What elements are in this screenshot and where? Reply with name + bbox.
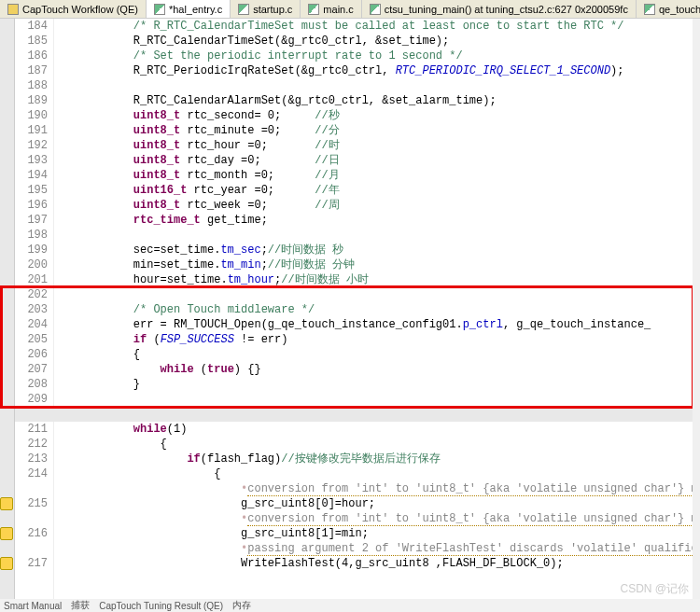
code-token: tm_min xyxy=(220,258,260,271)
code-token: passing argument 2 of 'WriteFlashTest' d… xyxy=(247,542,697,556)
tab-label: CapTouch Workflow (QE) xyxy=(22,4,138,15)
code-line[interactable] xyxy=(106,78,693,93)
code-token: //日 xyxy=(315,154,339,167)
tab-label: qe_touch_sample.c xyxy=(659,4,700,15)
line-number: 185 xyxy=(15,34,48,49)
code-line[interactable]: R_RTC_CalendarTimeSet(&g_rtc0_ctrl, &set… xyxy=(106,34,693,49)
code-line[interactable]: if(flash_flag)//按键修改完毕数据后进行保存 xyxy=(106,452,693,466)
tab-qe-touch-sample-c[interactable]: qe_touch_sample.c xyxy=(637,0,700,18)
code-token: //秒 xyxy=(315,109,339,122)
code-line[interactable]: uint8_t rtc_hour =0; //时 xyxy=(106,138,693,153)
code-line[interactable]: hour=set_time.tm_hour;//时间数据 小时 xyxy=(106,272,693,287)
code-area[interactable]: /* R_RTC_CalendarTimeSet must be called … xyxy=(106,19,693,599)
code-line[interactable]: WriteFlashTest(4,g_src_uint8 ,FLASH_DF_B… xyxy=(106,556,693,571)
code-line[interactable]: •conversion from 'int' to 'uint8_t' {aka… xyxy=(106,481,693,496)
code-token: err = RM_TOUCH_Open(g_qe_touch_instance_… xyxy=(106,318,463,331)
code-line[interactable]: while(1) xyxy=(106,422,693,437)
code-token: true xyxy=(207,363,234,376)
code-token xyxy=(106,109,133,122)
line-number: 192 xyxy=(15,138,48,153)
bottom-tab[interactable]: CapTouch Tuning Result (QE) xyxy=(99,601,223,611)
code-token: //时间数据 秒 xyxy=(268,243,344,257)
tab-captouch-workflow-qe-[interactable]: CapTouch Workflow (QE) xyxy=(0,0,147,18)
line-number: 205 xyxy=(15,332,48,347)
code-line[interactable] xyxy=(106,228,693,243)
code-line[interactable]: } xyxy=(106,377,693,392)
code-token: RTC_PERIODIC_IRQ_SELECT_1_SECOND xyxy=(396,64,610,77)
code-token: ( xyxy=(194,363,207,376)
code-token xyxy=(106,214,133,227)
code-line[interactable] xyxy=(106,392,693,407)
c-file-icon xyxy=(644,4,655,15)
tab-startup-c[interactable]: startup.c xyxy=(231,0,301,18)
line-number: 209 xyxy=(15,392,48,407)
code-line[interactable]: { xyxy=(106,466,693,481)
code-token: (flash_flag) xyxy=(201,452,281,466)
code-line[interactable]: min=set_time.tm_min;//时间数据 分钟 xyxy=(106,257,693,272)
bottom-tab[interactable]: 内存 xyxy=(232,599,251,612)
line-number: 206 xyxy=(15,347,48,362)
code-token: ( xyxy=(147,333,160,346)
tab-bar: CapTouch Workflow (QE)*hal_entry.cstartu… xyxy=(0,0,700,19)
line-number: 189 xyxy=(15,93,48,108)
code-line[interactable]: uint8_t rtc_day =0; //日 xyxy=(106,153,693,168)
code-token: R_RTC_CalendarAlarmSet(&g_rtc0_ctrl, &se… xyxy=(106,94,497,107)
qe-icon xyxy=(7,4,19,15)
code-line[interactable]: if (FSP_SUCCESS != err) xyxy=(106,332,693,347)
code-line[interactable]: uint8_t rtc_minute =0; //分 xyxy=(106,123,693,138)
code-line[interactable]: /* R_RTC_CalendarTimeSet must be called … xyxy=(106,19,693,34)
code-line[interactable]: uint8_t rtc_second= 0; //秒 xyxy=(106,108,693,123)
tab-label: *hal_entry.c xyxy=(169,4,222,15)
code-token xyxy=(106,184,133,197)
warning-marker-icon[interactable] xyxy=(0,497,13,510)
code-line[interactable]: uint8_t rtc_week =0; //周 xyxy=(106,198,693,213)
code-editor[interactable]: 1841851861871881891901911921931941951961… xyxy=(0,19,700,599)
code-line[interactable]: uint16_t rtc_year =0; //年 xyxy=(106,183,693,198)
code-token: uint8_t xyxy=(133,199,180,212)
code-line[interactable]: sec=set_time.tm_sec;//时间数据 秒 xyxy=(106,243,693,257)
code-line[interactable]: •passing argument 2 of 'WriteFlashTest' … xyxy=(106,541,693,556)
code-token: hour=set_time. xyxy=(106,273,228,286)
warning-marker-icon[interactable] xyxy=(0,527,13,540)
code-line[interactable]: { xyxy=(106,437,693,452)
line-number: 184 xyxy=(15,19,48,34)
tab-main-c[interactable]: main.c xyxy=(301,0,361,18)
code-line[interactable]: uint8_t rtc_month =0; //月 xyxy=(106,168,693,183)
code-token: { xyxy=(106,467,220,480)
code-line[interactable]: rtc_time_t get_time; xyxy=(106,213,693,228)
code-line[interactable]: R_RTC_PeriodicIrqRateSet(&g_rtc0_ctrl, R… xyxy=(106,63,693,78)
line-number: 215 xyxy=(15,496,48,511)
code-token: //时间数据 小时 xyxy=(281,273,369,286)
code-token: ; xyxy=(261,258,268,271)
tab--hal-entry-c[interactable]: *hal_entry.c xyxy=(147,0,231,18)
code-token: uint8_t xyxy=(133,169,180,182)
code-line[interactable]: /* Set the periodic interrupt rate to 1 … xyxy=(106,49,693,63)
code-line[interactable]: g_src_uint8[0]=hour; xyxy=(106,496,693,511)
code-token xyxy=(106,49,133,63)
code-token: tm_hour xyxy=(228,273,274,286)
code-token: R_RTC_PeriodicIrqRateSet(&g_rtc0_ctrl, xyxy=(106,64,396,77)
code-token: rtc_week =0; xyxy=(180,199,315,212)
code-line[interactable]: err = RM_TOUCH_Open(g_qe_touch_instance_… xyxy=(106,317,693,332)
tab-ctsu-tuning-main-at-tuning-ctsu2-c-627-0x200059fc[interactable]: ctsu_tuning_main() at tuning_ctsu2.c:627… xyxy=(362,0,637,18)
code-line[interactable]: •conversion from 'int' to 'uint8_t' {aka… xyxy=(106,511,693,526)
line-numbers: 1841851861871881891901911921931941951961… xyxy=(15,19,54,599)
vertical-scrollbar[interactable] xyxy=(693,19,700,599)
code-line[interactable] xyxy=(106,407,693,422)
line-number: 202 xyxy=(15,287,48,302)
code-token xyxy=(106,482,241,495)
code-line[interactable]: R_RTC_CalendarAlarmSet(&g_rtc0_ctrl, &se… xyxy=(106,93,693,108)
code-line[interactable]: { xyxy=(106,347,693,362)
code-token: while xyxy=(161,363,194,376)
bottom-tab[interactable]: 捕获 xyxy=(71,599,90,612)
line-number: 187 xyxy=(15,63,48,78)
code-token: rtc_time_t xyxy=(133,214,201,227)
code-token xyxy=(106,154,133,167)
bottom-tab[interactable]: Smart Manual xyxy=(4,601,62,611)
warning-marker-icon[interactable] xyxy=(0,557,13,570)
code-line[interactable]: g_src_uint8[1]=min; xyxy=(106,526,693,541)
code-line[interactable]: while (true) {} xyxy=(106,362,693,377)
code-line[interactable]: /* Open Touch middleware */ xyxy=(106,302,693,317)
line-number: 186 xyxy=(15,49,48,63)
code-line[interactable] xyxy=(106,287,693,302)
